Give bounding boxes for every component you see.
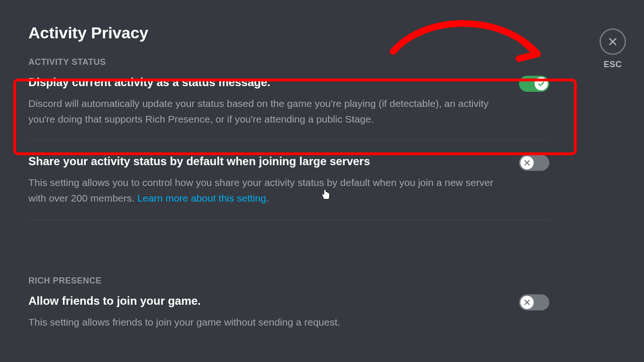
page-title: Activity Privacy xyxy=(28,24,549,42)
toggle-display-activity[interactable] xyxy=(519,76,549,92)
toggle-allow-friends-join[interactable] xyxy=(519,294,549,310)
x-icon xyxy=(520,296,534,309)
setting-description: This setting allows friends to join your… xyxy=(28,315,340,330)
section-header-rich-presence: RICH PRESENCE xyxy=(28,276,549,286)
setting-description: This setting allows you to control how y… xyxy=(28,175,505,206)
close-area: ESC xyxy=(599,28,626,70)
check-icon xyxy=(535,77,548,90)
setting-description: Discord will automatically update your s… xyxy=(28,96,505,127)
learn-more-link[interactable]: Learn more about this setting xyxy=(137,193,266,203)
esc-label: ESC xyxy=(599,60,626,70)
setting-share-large-servers: Share your activity status by default wh… xyxy=(28,154,549,219)
section-header-activity-status: ACTIVITY STATUS xyxy=(28,57,549,67)
x-icon xyxy=(520,156,534,169)
setting-display-activity: Display current activity as a status mes… xyxy=(28,75,549,140)
setting-allow-friends-join: Allow friends to join your game. This se… xyxy=(28,293,549,344)
setting-title: Share your activity status by default wh… xyxy=(28,154,505,168)
toggle-share-large-servers[interactable] xyxy=(519,155,549,171)
divider xyxy=(28,140,549,141)
setting-title: Display current activity as a status mes… xyxy=(28,75,505,89)
close-icon xyxy=(608,36,618,47)
close-button[interactable] xyxy=(599,28,626,55)
divider xyxy=(28,220,549,220)
setting-title: Allow friends to join your game. xyxy=(28,293,340,308)
